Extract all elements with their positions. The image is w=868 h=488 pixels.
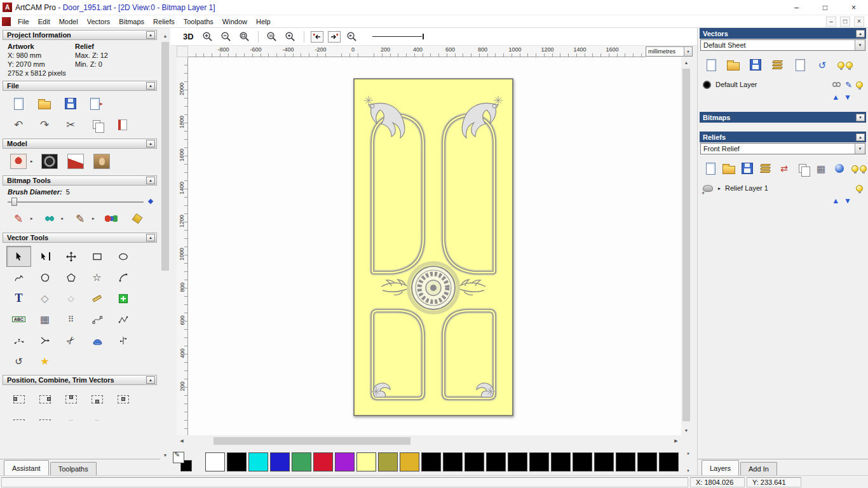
collapse-model-button[interactable]: ▲ xyxy=(146,140,155,147)
drawing-canvas[interactable] xyxy=(188,57,681,435)
palette-swatch[interactable] xyxy=(465,452,484,471)
align-centre-tool[interactable] xyxy=(111,389,135,410)
measure-tool[interactable] xyxy=(85,288,109,309)
node-editing-tool[interactable] xyxy=(32,246,57,267)
flood-fill-icon[interactable] xyxy=(40,210,59,227)
assistant-scrollbar[interactable]: ▲ ▼ xyxy=(160,30,170,460)
canvas-vertical-scrollbar[interactable]: ▲ ▼ xyxy=(681,57,691,435)
create-polyline-tool[interactable] xyxy=(6,267,31,288)
paint-bucket-icon[interactable] xyxy=(128,210,147,227)
scroll-down-button[interactable]: ▼ xyxy=(684,469,692,473)
door-artwork[interactable] xyxy=(353,78,513,416)
chevron-down-icon[interactable]: ▼ xyxy=(684,47,692,56)
scroll-up-button[interactable]: ▲ xyxy=(160,30,170,41)
merge-layers-icon[interactable] xyxy=(771,56,785,74)
align-bottom-tool[interactable] xyxy=(85,389,109,410)
palette-swatch[interactable] xyxy=(205,452,225,471)
slider-thumb[interactable] xyxy=(11,198,17,206)
scroll-left-button[interactable]: ◀ xyxy=(177,436,187,446)
expander-icon[interactable]: ▸ xyxy=(718,186,721,191)
relief-select[interactable]: Front Relief▼ xyxy=(700,143,865,154)
layer-visibility-icon[interactable] xyxy=(856,81,863,88)
wrap-text-tool[interactable]: ◇ xyxy=(32,288,57,309)
move-layer-down-button[interactable]: ▼ xyxy=(844,93,851,102)
new-relief-layer-icon[interactable] xyxy=(704,159,717,177)
flyout-arrow-icon[interactable]: ▸ xyxy=(31,216,33,221)
zoom-fit-page-icon[interactable] xyxy=(238,30,252,44)
merge-relief-layers-icon[interactable] xyxy=(759,159,772,177)
layers-tab[interactable]: Add In xyxy=(740,462,777,475)
new-vector-layer-icon[interactable] xyxy=(704,56,718,74)
duplicate-relief-icon[interactable] xyxy=(796,159,809,177)
palette-swatch[interactable] xyxy=(378,452,398,471)
select-vectors-tool[interactable] xyxy=(6,246,31,267)
palette-swatch[interactable] xyxy=(421,452,441,471)
new-model-icon[interactable] xyxy=(9,95,28,112)
scroll-up-button[interactable]: ▲ xyxy=(681,57,691,67)
mdi-restore-button[interactable]: □ xyxy=(840,17,850,27)
undo-icon[interactable]: ↶ xyxy=(9,116,28,133)
smooth-relief-icon[interactable] xyxy=(833,159,846,177)
link-layer-icon[interactable] xyxy=(832,81,841,88)
zoom-previous-icon[interactable] xyxy=(345,30,359,44)
offset-vector-tool[interactable]: ◇ xyxy=(58,288,83,309)
paste-icon[interactable] xyxy=(87,116,106,133)
units-dropdown[interactable]: millimetres▼ xyxy=(646,46,693,57)
flyout-arrow-icon[interactable]: ▸ xyxy=(92,216,95,221)
palette-swatch[interactable] xyxy=(292,452,311,471)
flyout-arrow-icon[interactable]: ▸ xyxy=(31,159,33,164)
flyout-arrow-icon[interactable]: ▸ xyxy=(62,216,64,221)
toggle-3d-view-button[interactable]: 3D xyxy=(180,31,196,42)
menu-item[interactable]: Toolpaths xyxy=(179,15,218,27)
palette-swatch[interactable] xyxy=(313,452,333,471)
snap-points-tool[interactable]: ⠿ xyxy=(85,413,109,421)
collapse-vectors-button[interactable]: ▲ xyxy=(856,30,865,37)
assistant-tab[interactable]: Toolpaths xyxy=(50,462,97,475)
expand-bitmaps-button[interactable]: ▼ xyxy=(856,114,865,121)
align-right-tool[interactable] xyxy=(32,389,57,410)
palette-swatch[interactable] xyxy=(443,452,463,471)
curve-fit-tool[interactable] xyxy=(85,309,109,330)
relief-grid-icon[interactable]: ▦ xyxy=(815,159,827,177)
menu-item[interactable]: Vectors xyxy=(83,15,115,27)
ungroup-vectors-tool[interactable] xyxy=(32,413,57,421)
palette-swatch[interactable] xyxy=(616,452,635,471)
relief-visibility-icon[interactable] xyxy=(856,185,863,192)
palette-swatch[interactable] xyxy=(486,452,506,471)
brush-diameter-slider[interactable] xyxy=(8,197,153,207)
collapse-reliefs-button[interactable]: ▲ xyxy=(856,133,865,141)
vector-layer-row[interactable]: Default Layer ✎ xyxy=(698,78,868,92)
align-left-tool[interactable] xyxy=(6,389,31,410)
palette-swatch[interactable] xyxy=(356,452,376,471)
sheet-select[interactable]: Default Sheet▼ xyxy=(700,39,865,51)
snap-toggle-button[interactable] xyxy=(311,31,323,43)
line-thickness-widget[interactable] xyxy=(372,34,424,39)
zoom-in-icon[interactable] xyxy=(201,30,215,44)
mdi-close-button[interactable]: × xyxy=(854,17,864,27)
cut-icon[interactable]: ✂ xyxy=(61,116,80,133)
menu-item[interactable]: Bitmaps xyxy=(114,15,149,27)
palette-swatch[interactable] xyxy=(529,452,549,471)
collapse-vector-tools-button[interactable]: ▲ xyxy=(146,234,155,241)
move-relief-down-button[interactable]: ▼ xyxy=(844,196,851,205)
nest-vectors-tool[interactable]: Nes xyxy=(111,413,135,421)
shape-editor-icon[interactable] xyxy=(66,152,85,170)
palette-swatch[interactable] xyxy=(227,452,247,471)
distribute-tool[interactable]: ⠿ xyxy=(58,413,83,421)
minimize-button[interactable]: – xyxy=(782,0,811,15)
palette-swatch[interactable] xyxy=(335,452,355,471)
menu-item[interactable]: Model xyxy=(55,15,83,27)
create-polygon-tool[interactable] xyxy=(58,267,83,288)
save-relief-layer-icon[interactable] xyxy=(741,159,754,177)
star-wizard-tool[interactable]: ★ xyxy=(32,351,57,372)
toggle-all-visibility-icon[interactable] xyxy=(837,56,853,74)
open-relief-layer-icon[interactable] xyxy=(722,159,735,177)
palette-swatch[interactable] xyxy=(659,452,679,471)
create-ellipse-tool[interactable] xyxy=(111,246,135,267)
close-button[interactable]: × xyxy=(839,0,868,15)
primary-secondary-colour-widget[interactable]: ✎ xyxy=(173,452,192,471)
join-vectors-tool[interactable] xyxy=(32,330,57,351)
zoom-1to1-icon[interactable] xyxy=(265,30,279,44)
scroll-down-button[interactable]: ▼ xyxy=(681,425,691,435)
move-relief-up-button[interactable]: ▲ xyxy=(832,196,839,205)
